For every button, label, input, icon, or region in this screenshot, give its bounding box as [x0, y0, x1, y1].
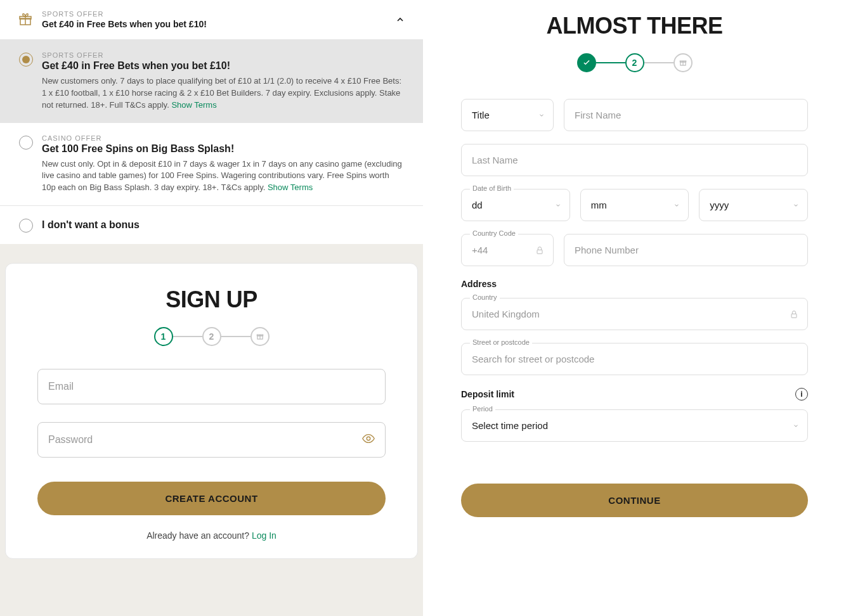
login-link[interactable]: Log In: [252, 530, 277, 541]
show-terms-sports[interactable]: Show Terms: [171, 100, 216, 110]
last-name-field[interactable]: [461, 144, 808, 176]
offer-sports-title: Get £40 in Free Bets when you bet £10!: [42, 60, 404, 72]
step-done: [577, 53, 596, 72]
chevron-up-icon: [395, 15, 405, 25]
dob-label: Date of Birth: [470, 184, 514, 192]
radio-casino[interactable]: [19, 136, 33, 150]
offer-casino-desc: New cust only. Opt in & deposit £10 in 7…: [42, 158, 404, 195]
step-2-right: 2: [625, 53, 644, 72]
country-label: Country: [470, 293, 500, 301]
offer-sports-option[interactable]: SPORTS OFFER Get £40 in Free Bets when y…: [0, 40, 423, 123]
lock-icon: [535, 245, 545, 255]
show-terms-casino[interactable]: Show Terms: [268, 183, 313, 192]
country-field: [461, 298, 808, 330]
offer-casino-title: Get 100 Free Spins on Big Bass Splash!: [42, 143, 404, 155]
toggle-password-button[interactable]: [361, 432, 375, 448]
lock-icon: [789, 309, 799, 319]
signup-title: SIGN UP: [37, 286, 386, 313]
almost-there-stepper: 2: [461, 53, 808, 72]
step-gift-right: [674, 53, 693, 72]
offer-sports-cat: SPORTS OFFER: [42, 51, 404, 59]
offer-header[interactable]: SPORTS OFFER Get £40 in Free Bets when y…: [0, 0, 423, 40]
svg-rect-11: [791, 314, 797, 318]
svg-rect-10: [537, 250, 542, 253]
offer-none-option[interactable]: I don't want a bonus: [0, 205, 423, 244]
address-label: Address: [461, 279, 808, 289]
step-line-done: [596, 62, 625, 63]
create-account-button[interactable]: CREATE ACCOUNT: [37, 482, 386, 515]
period-label: Period: [470, 405, 495, 413]
step-1: 1: [154, 327, 173, 346]
step-line-2: [221, 336, 251, 337]
street-field[interactable]: [461, 343, 808, 375]
check-icon: [582, 58, 591, 67]
login-line: Already have an account? Log In: [37, 530, 386, 541]
offer-none-text: I don't want a bonus: [42, 219, 140, 231]
eye-icon: [361, 432, 375, 446]
continue-button[interactable]: CONTINUE: [461, 484, 808, 517]
dob-year-select[interactable]: yyyy: [699, 189, 808, 221]
offer-casino-cat: CASINO OFFER: [42, 134, 404, 142]
title-select[interactable]: Title: [461, 99, 554, 131]
almost-there-title: ALMOST THERE: [461, 13, 808, 39]
email-field[interactable]: [37, 369, 386, 404]
step-line-right: [644, 62, 674, 63]
period-select[interactable]: Select time period: [461, 409, 808, 442]
offer-sports-desc: New customers only. 7 days to place qual…: [42, 75, 404, 112]
signup-card: SIGN UP 1 2 CREATE ACCOUNT Already have …: [5, 263, 418, 559]
signup-stepper: 1 2: [37, 327, 386, 346]
offer-header-category: SPORTS OFFER: [42, 10, 395, 18]
radio-sports[interactable]: [19, 53, 33, 67]
deposit-info-button[interactable]: i: [795, 388, 808, 401]
step-gift: [251, 327, 270, 346]
street-label: Street or postcode: [470, 338, 532, 346]
country-code-label: Country Code: [470, 229, 518, 237]
offer-casino-option[interactable]: CASINO OFFER Get 100 Free Spins on Big B…: [0, 123, 423, 206]
step-line-1: [173, 336, 202, 337]
phone-field[interactable]: [564, 234, 808, 266]
svg-point-6: [367, 437, 370, 440]
radio-none[interactable]: [19, 219, 33, 233]
offer-header-title: Get £40 in Free Bets when you bet £10!: [42, 19, 395, 29]
password-field[interactable]: [37, 422, 386, 458]
dob-month-select[interactable]: mm: [580, 189, 689, 221]
first-name-field[interactable]: [564, 99, 808, 131]
deposit-limit-label: Deposit limit: [461, 389, 514, 399]
step-2: 2: [202, 327, 221, 346]
dob-day-select[interactable]: dd: [461, 189, 570, 221]
gift-icon: [18, 12, 33, 27]
